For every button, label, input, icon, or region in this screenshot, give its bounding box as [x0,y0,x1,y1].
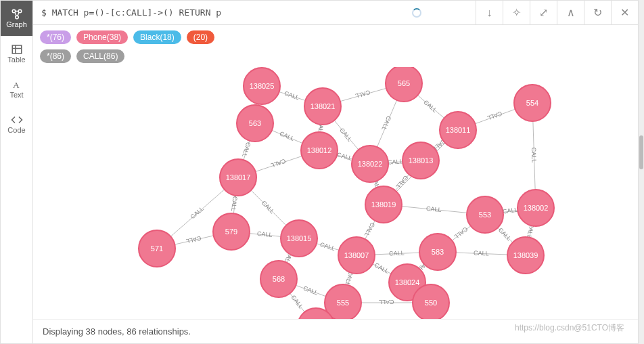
edge-label: CALL [389,249,405,257]
chevron-up-icon: ∧ [567,6,575,19]
table-icon [10,43,24,56]
sidebar-item-code[interactable]: Code [1,106,32,142]
sidebar-label: Table [7,56,25,64]
graph-node[interactable]: 138017 [219,158,257,196]
chip-rel[interactable]: *(86) [40,49,71,63]
sidebar-label: Code [7,126,25,134]
graph-node[interactable]: 138022 [351,145,389,183]
graph-node[interactable]: 138012 [300,131,338,169]
close-button[interactable]: ✕ [611,1,638,25]
graph-node[interactable]: 553 [466,196,504,234]
loading-spinner [412,8,421,18]
chip-n20[interactable]: (20) [187,30,214,44]
refresh-icon: ↻ [593,6,602,19]
view-sidebar: Graph Table A Text Code [1,1,33,343]
edge-label: CALL [257,230,273,238]
page-scrollbar[interactable] [639,0,644,344]
pin-button[interactable]: ✧ [503,1,530,25]
graph-node[interactable]: 138007 [338,236,375,274]
edge-label: CALL [530,147,537,163]
pin-icon: ✧ [512,6,521,19]
result-toolbar: ↓ ✧ ⤢ ∧ ↻ ✕ [476,1,638,25]
chip-phone[interactable]: Phone(38) [76,30,128,44]
chip-rel[interactable]: CALL(86) [76,49,124,63]
sidebar-label: Graph [6,20,27,28]
relationship-chips: *(86)CALL(86) [33,49,638,67]
graph-node[interactable]: 138002 [517,189,555,227]
scrollbar-thumb[interactable] [639,135,643,169]
collapse-button[interactable]: ∧ [557,1,584,25]
graph-node[interactable]: 571 [138,230,176,267]
main-panel: $ MATCH p=()-[c:CALL]->() RETURN p ↓ ✧ ⤢… [33,1,638,343]
expand-button[interactable]: ⤢ [530,1,557,25]
edge-label: CALL [387,158,402,165]
svg-rect-3 [12,45,22,53]
graph-node[interactable]: 568 [260,260,298,298]
chip-star[interactable]: *(76) [40,30,71,44]
graph-node[interactable]: 563 [236,104,274,142]
code-icon [10,114,24,126]
download-button[interactable]: ↓ [476,1,503,25]
graph-icon [10,8,24,20]
graph-canvas[interactable]: 1380255655545631380211380111380121380221… [33,67,638,319]
graph-node[interactable]: 554 [513,84,551,122]
node-label-chips: *(76)Phone(38)Black(18)(20) [33,25,638,49]
graph-node[interactable]: 579 [212,213,250,251]
edge-label: CALL [474,249,489,257]
query-text[interactable]: $ MATCH p=()-[c:CALL]->() RETURN p [33,7,412,18]
sidebar-item-graph[interactable]: Graph [1,1,32,36]
expand-icon: ⤢ [539,6,548,19]
graph-node[interactable]: 583 [419,233,457,271]
close-icon: ✕ [620,6,629,19]
graph-node[interactable]: 550 [412,284,450,319]
sidebar-label: Text [9,91,23,99]
graph-node[interactable]: 138019 [365,186,402,223]
graph-node[interactable]: 138015 [280,219,318,257]
graph-node[interactable]: 138025 [243,67,281,105]
svg-text:A: A [13,80,20,90]
graph-node[interactable]: 138039 [507,236,545,274]
edge-label: CALL [426,205,442,213]
graph-node[interactable]: 138011 [439,111,477,149]
download-icon: ↓ [487,7,492,19]
sidebar-item-table[interactable]: Table [1,36,32,71]
edge-label: CALL [379,299,394,305]
sidebar-item-text[interactable]: A Text [1,71,32,106]
text-icon: A [10,79,24,91]
graph-node[interactable]: 138013 [402,142,440,179]
watermark: https://blog.csdn@51CTO博客 [515,322,624,334]
graph-node[interactable]: 138021 [304,87,342,125]
chip-black[interactable]: Black(18) [133,30,181,44]
query-bar: $ MATCH p=()-[c:CALL]->() RETURN p ↓ ✧ ⤢… [33,1,638,25]
status-text: Displaying 38 nodes, 86 relationships. [43,326,191,337]
refresh-button[interactable]: ↻ [584,1,611,25]
